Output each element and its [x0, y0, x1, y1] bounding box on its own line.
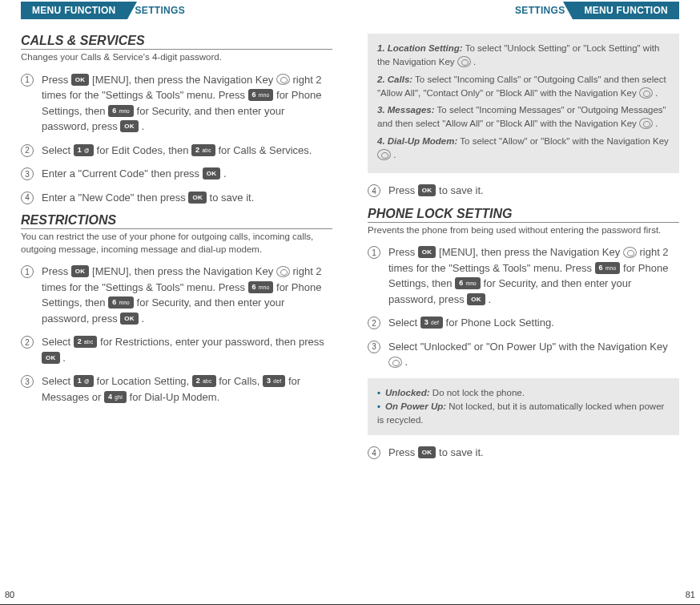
step-3: 3 Select "Unlocked" or "On Power Up" wit…	[368, 339, 679, 370]
step-4: 4 Enter a "New Code" then press OK to sa…	[21, 190, 332, 206]
step-number-icon: 2	[368, 317, 380, 329]
step-1: 1 Press OK [MENU], then press the Naviga…	[368, 244, 679, 307]
nav-ring-icon	[276, 266, 290, 277]
section-subtitle: You can restrict the use of your phone f…	[21, 231, 332, 256]
nav-ring-icon	[377, 149, 391, 160]
step-2: 2 Select 3def for Phone Lock Setting.	[368, 315, 679, 331]
step-1: 1 Press OK [MENU], then press the Naviga…	[21, 264, 332, 326]
page-81: SETTINGS MENU FUNCTION 1. Location Setti…	[350, 0, 700, 605]
step-number-icon: 1	[368, 246, 380, 259]
steps-list: 4 Press OK to save it.	[368, 183, 679, 199]
nav-ring-icon	[639, 118, 653, 129]
key-6-icon: 6mno	[108, 296, 134, 309]
ok-key-icon: OK	[203, 167, 221, 179]
sub-tab: SETTINGS	[127, 2, 193, 19]
nav-ring-icon	[457, 56, 471, 67]
nav-ring-icon	[623, 247, 637, 258]
header-tabs-left: MENU FUNCTION SETTINGS	[21, 0, 332, 19]
key-6-icon: 6mno	[595, 262, 621, 274]
step-3: 3 Select 1@ for Location Setting, 2abc f…	[21, 373, 332, 405]
key-3-icon: 3def	[263, 375, 285, 387]
page-80: MENU FUNCTION SETTINGS CALLS & SERVICES …	[0, 0, 350, 605]
step-number-icon: 2	[21, 336, 34, 349]
ok-key-icon: OK	[42, 352, 60, 364]
ok-key-icon: OK	[418, 246, 436, 258]
step-3: 3 Enter a "Current Code" then press OK .	[21, 166, 332, 182]
step-2: 2 Select 2abc for Restrictions, enter yo…	[21, 334, 332, 365]
header-tabs-right: SETTINGS MENU FUNCTION	[368, 0, 679, 19]
key-1-icon: 1@	[74, 144, 94, 156]
ok-key-icon: OK	[467, 293, 485, 305]
steps-list: 1 Press OK [MENU], then press the Naviga…	[368, 244, 679, 370]
steps-list: 1 Press OK [MENU], then press the Naviga…	[21, 72, 332, 206]
section-restrictions: RESTRICTIONS	[21, 213, 332, 229]
ok-key-icon: OK	[120, 313, 139, 325]
step-number-icon: 4	[368, 184, 380, 197]
step-number-icon: 1	[21, 265, 34, 278]
main-tab: MENU FUNCTION	[573, 2, 679, 19]
step-number-icon: 3	[368, 341, 380, 353]
steps-list: 1 Press OK [MENU], then press the Naviga…	[21, 264, 332, 405]
main-tab: MENU FUNCTION	[21, 2, 127, 19]
key-6-icon: 6mno	[455, 277, 481, 289]
step-number-icon: 2	[21, 144, 34, 157]
section-subtitle: Prevents the phone from being used witho…	[368, 224, 679, 237]
section-calls-services: CALLS & SERVICES	[21, 34, 332, 50]
list-item: Unlocked: Do not lock the phone.	[377, 386, 670, 400]
step-2: 2 Select 1@ for Edit Codes, then 2abc fo…	[21, 143, 332, 159]
page-number: 80	[5, 590, 14, 599]
ok-key-icon: OK	[418, 184, 436, 196]
list-item: On Power Up: Not locked, but it is autom…	[377, 400, 670, 428]
key-3-icon: 3def	[420, 317, 443, 329]
step-4: 4 Press OK to save it.	[368, 445, 679, 461]
key-1-icon: 1@	[74, 375, 94, 387]
ok-key-icon: OK	[418, 446, 436, 458]
section-phone-lock: PHONE LOCK SETTING	[368, 207, 679, 223]
ok-key-icon: OK	[120, 120, 139, 132]
lock-options-box: Unlocked: Do not lock the phone. On Powe…	[368, 378, 679, 436]
step-number-icon: 1	[21, 74, 34, 87]
key-2-icon: 2abc	[74, 336, 98, 348]
key-6-icon: 6mno	[108, 105, 134, 117]
step-number-icon: 4	[21, 192, 34, 204]
key-2-icon: 2abc	[191, 144, 215, 156]
step-number-icon: 3	[21, 375, 34, 388]
page-number: 81	[686, 590, 695, 599]
nav-ring-icon	[276, 74, 290, 85]
section-subtitle: Changes your Calls & Service's 4-digit p…	[21, 51, 332, 64]
nav-ring-icon	[639, 87, 653, 99]
steps-list: 4 Press OK to save it.	[368, 445, 679, 461]
restrictions-detail-box: 1. Location Setting: To select "Unlock S…	[368, 34, 679, 173]
nav-ring-icon	[388, 357, 402, 368]
ok-key-icon: OK	[188, 192, 207, 204]
step-4: 4 Press OK to save it.	[368, 183, 679, 199]
step-number-icon: 4	[368, 446, 380, 459]
ok-key-icon: OK	[71, 74, 90, 86]
step-1: 1 Press OK [MENU], then press the Naviga…	[21, 72, 332, 135]
key-4-icon: 4ghi	[104, 391, 127, 403]
key-6-icon: 6mno	[248, 281, 274, 293]
step-number-icon: 3	[21, 167, 34, 180]
key-6-icon: 6mno	[248, 89, 274, 101]
key-2-icon: 2abc	[192, 375, 216, 387]
ok-key-icon: OK	[71, 265, 90, 277]
